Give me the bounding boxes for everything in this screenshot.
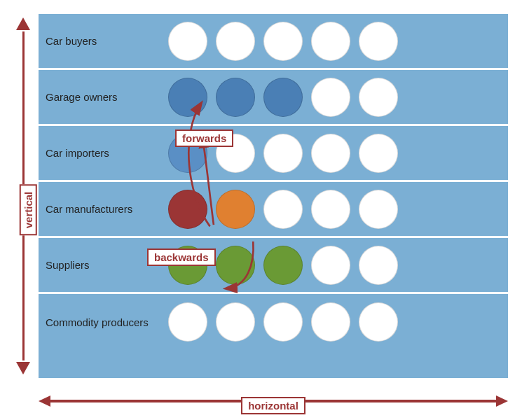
- circle-garage-owners-1: [216, 78, 255, 117]
- circles-car-manufacturers: [168, 190, 398, 229]
- circle-car-importers-4: [359, 134, 398, 173]
- circle-commodity-producers-1: [216, 302, 255, 342]
- circle-car-importers-3: [311, 134, 350, 173]
- circle-garage-owners-4: [359, 78, 398, 117]
- circles-garage-owners: [168, 78, 398, 117]
- row-garage-owners: Garage owners: [39, 70, 508, 126]
- circle-car-importers-2: [263, 134, 303, 173]
- circle-car-buyers-3: [311, 22, 350, 61]
- circle-car-manufacturers-1: [216, 190, 255, 229]
- row-commodity-producers: Commodity producers: [39, 294, 508, 350]
- horizontal-label: horizontal: [241, 397, 305, 414]
- circle-car-manufacturers-2: [263, 190, 303, 229]
- vertical-label: vertical: [20, 185, 37, 236]
- circle-car-buyers-0: [168, 22, 207, 61]
- circle-suppliers-4: [359, 246, 398, 285]
- circle-car-buyers-1: [216, 22, 255, 61]
- row-label-car-buyers: Car buyers: [46, 35, 168, 47]
- circle-commodity-producers-2: [263, 302, 303, 342]
- circle-commodity-producers-0: [168, 302, 207, 342]
- forwards-label: forwards: [175, 130, 233, 147]
- row-label-car-manufacturers: Car manufacturers: [46, 203, 168, 215]
- circle-car-buyers-4: [359, 22, 398, 61]
- circle-car-manufacturers-3: [311, 190, 350, 229]
- circle-commodity-producers-3: [311, 302, 350, 342]
- row-car-manufacturers: Car manufacturers: [39, 182, 508, 238]
- vertical-arrow-bottom: [16, 360, 30, 374]
- horizontal-label-container: horizontal: [39, 397, 508, 414]
- circle-car-manufacturers-0: [168, 190, 207, 229]
- circle-car-manufacturers-4: [359, 190, 398, 229]
- row-label-garage-owners: Garage owners: [46, 91, 168, 103]
- circles-car-buyers: [168, 22, 398, 61]
- circle-car-buyers-2: [263, 22, 303, 61]
- row-label-commodity-producers: Commodity producers: [46, 316, 168, 328]
- vertical-arrow-top: [16, 18, 30, 31]
- circle-commodity-producers-4: [359, 302, 398, 342]
- circle-garage-owners-2: [263, 78, 303, 117]
- circle-suppliers-1: [216, 246, 255, 285]
- row-label-car-importers: Car importers: [46, 147, 168, 159]
- svg-marker-0: [16, 18, 30, 30]
- circle-garage-owners-3: [311, 78, 350, 117]
- row-car-buyers: Car buyers: [39, 14, 508, 70]
- circle-suppliers-2: [263, 246, 303, 285]
- backwards-label: backwards: [147, 248, 216, 266]
- row-suppliers: Suppliers: [39, 238, 508, 294]
- circle-garage-owners-0: [168, 78, 207, 117]
- circle-suppliers-3: [311, 246, 350, 285]
- row-car-importers: Car importers: [39, 126, 508, 182]
- svg-marker-1: [16, 362, 30, 374]
- circles-commodity-producers: [168, 302, 398, 342]
